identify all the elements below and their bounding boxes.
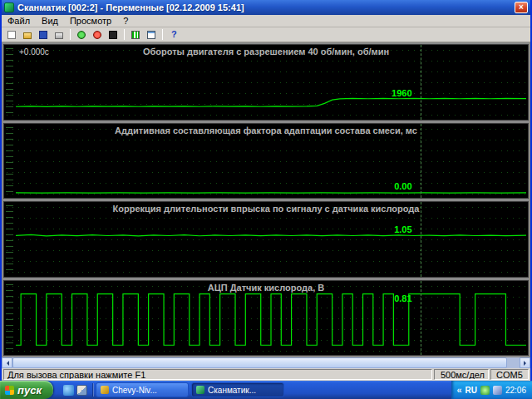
task-button-scanmatic[interactable]: Сканматик...	[191, 382, 284, 397]
left-triangle-icon	[4, 361, 9, 366]
task-button-chevy[interactable]: Chevy-Niv...	[96, 382, 189, 397]
start-label: пуск	[17, 384, 42, 397]
chart-panel-injection-correction[interactable]: Коррекция длительности впрыска по сигнал…	[3, 201, 529, 278]
chart-panel-additive-fuel-trim[interactable]: Аддитивная составляющая фактора адаптаци…	[3, 123, 529, 200]
connect-icon	[77, 31, 86, 39]
windows-logo-icon	[5, 386, 14, 395]
tray-icon-2[interactable]	[493, 386, 502, 395]
status-com-port: COM5	[490, 369, 529, 380]
record-icon	[93, 31, 101, 39]
menu-browse[interactable]: Просмотр	[64, 16, 117, 26]
scroll-left-arrow[interactable]	[2, 357, 12, 368]
chart-title: Аддитивная составляющая фактора адаптаци…	[4, 126, 528, 135]
window-title: Сканматик [002:2] - Переменные [02.12.20…	[17, 2, 515, 12]
taskbar-divider	[92, 383, 94, 397]
print-icon	[55, 32, 63, 39]
cursor-value: 0.00	[394, 181, 415, 191]
horizontal-scrollbar[interactable]	[2, 357, 530, 368]
stop-icon	[109, 31, 117, 39]
y-axis-ticks	[6, 284, 13, 352]
chart-title: АЦП Датчик кислорода, В	[4, 283, 528, 293]
start-button[interactable]: пуск	[0, 381, 53, 399]
show-desktop-icon[interactable]	[76, 385, 87, 396]
menu-file[interactable]: Файл	[2, 16, 36, 26]
internet-explorer-icon[interactable]	[63, 385, 74, 396]
menu-view[interactable]: Вид	[36, 16, 64, 26]
toolbar-button-print[interactable]	[52, 28, 66, 42]
system-tray: « RU 22:06	[451, 381, 532, 399]
toolbar-button-stop[interactable]	[106, 28, 121, 42]
task-icon	[196, 386, 204, 394]
save-icon	[39, 31, 47, 39]
open-icon	[23, 32, 32, 39]
chart-title: Обороты двигателя с разрешением 40 об/ми…	[4, 47, 528, 57]
toolbar-separator	[162, 29, 163, 40]
language-indicator[interactable]: RU	[466, 386, 477, 395]
help-icon	[170, 31, 178, 39]
cursor-value: 1.05	[394, 224, 415, 234]
toolbar-button-new[interactable]	[4, 28, 19, 42]
quick-launch	[60, 381, 91, 399]
task-icon	[101, 386, 109, 394]
status-bar: Для вызова справки нажмите F1 500мс/дел …	[2, 368, 530, 381]
y-axis-ticks	[6, 205, 13, 273]
toolbar-button-connect[interactable]	[74, 28, 89, 42]
tray-icon-1[interactable]	[480, 386, 490, 395]
taskbar: пуск Chevy-Niv... Сканматик... « RU 22:0…	[0, 381, 532, 399]
tray-collapse-icon[interactable]: «	[456, 385, 461, 395]
new-icon	[7, 31, 16, 39]
app-window: Сканматик [002:2] - Переменные [02.12.20…	[0, 0, 532, 381]
toolbar	[2, 27, 530, 42]
fuel-trim-trace	[16, 126, 526, 197]
toolbar-button-save[interactable]	[36, 28, 51, 42]
y-axis-ticks	[6, 127, 13, 195]
close-button[interactable]: ×	[515, 2, 528, 13]
injection-correction-trace	[16, 204, 526, 275]
table-icon	[147, 31, 155, 39]
right-triangle-icon	[524, 361, 529, 366]
scrollbar-thumb[interactable]	[12, 357, 507, 368]
cursor-value: 0.81	[394, 293, 415, 303]
charts-area: +0.000с Обороты двигателя с разрешением …	[2, 42, 530, 357]
toolbar-button-record[interactable]	[90, 28, 105, 42]
y-axis-ticks	[6, 48, 13, 116]
chart-icon	[131, 31, 140, 39]
menu-help[interactable]: ?	[117, 16, 134, 26]
app-icon	[4, 2, 14, 12]
toolbar-button-open[interactable]	[20, 28, 35, 42]
oxygen-sensor-trace	[16, 283, 526, 354]
chart-panel-rpm[interactable]: +0.000с Обороты двигателя с разрешением …	[3, 44, 529, 121]
screen: Сканматик [002:2] - Переменные [02.12.20…	[0, 0, 532, 399]
toolbar-separator	[70, 29, 71, 40]
menu-bar: Файл Вид Просмотр ?	[2, 15, 530, 27]
toolbar-button-chart[interactable]	[128, 28, 143, 42]
toolbar-button-table[interactable]	[144, 28, 159, 42]
cursor-value: 1960	[392, 88, 415, 98]
chart-panel-oxygen-sensor[interactable]: АЦП Датчик кислорода, В 0.81	[3, 280, 529, 357]
title-bar: Сканматик [002:2] - Переменные [02.12.20…	[2, 0, 530, 15]
rpm-trace	[16, 47, 526, 118]
chart-title: Коррекция длительности впрыска по сигнал…	[4, 204, 528, 214]
status-timebase: 500мс/дел	[434, 369, 489, 380]
toolbar-button-help[interactable]	[166, 28, 181, 42]
toolbar-separator	[124, 29, 125, 40]
scroll-right-arrow[interactable]	[520, 357, 530, 368]
status-help-text: Для вызова справки нажмите F1	[3, 369, 432, 380]
clock: 22:06	[505, 386, 526, 395]
